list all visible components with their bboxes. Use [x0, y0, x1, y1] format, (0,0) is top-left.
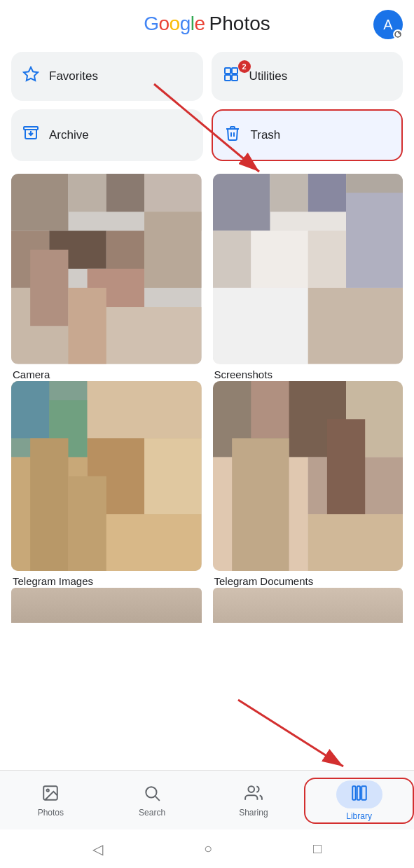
- svg-rect-39: [88, 381, 202, 438]
- svg-rect-12: [68, 174, 106, 212]
- album-item-screenshots[interactable]: Screenshots: [207, 174, 403, 381]
- albums-grid: Camera Screenshots: [0, 174, 414, 588]
- recents-button[interactable]: □: [313, 841, 322, 857]
- svg-rect-33: [308, 288, 403, 364]
- svg-rect-18: [144, 212, 201, 288]
- avatar-badge: [393, 29, 403, 39]
- sync-icon: [394, 31, 401, 38]
- albums-section: Camera Screenshots: [0, 171, 414, 623]
- svg-point-60: [146, 787, 156, 797]
- svg-rect-22: [30, 250, 68, 326]
- screenshots-title: Screenshots: [213, 368, 272, 380]
- logo: Google Photos: [144, 13, 270, 35]
- screenshots-thumb: [213, 174, 403, 364]
- svg-rect-37: [11, 381, 49, 438]
- bottom-nav: Photos Search Sharing: [0, 770, 414, 829]
- archive-button[interactable]: Archive: [11, 109, 203, 161]
- image-icon: [41, 784, 60, 802]
- partial-thumb-right: [213, 588, 403, 623]
- trash-label: Trash: [251, 128, 281, 142]
- archive-icon: [22, 125, 39, 146]
- svg-line-61: [156, 797, 160, 801]
- utilities-button[interactable]: 2 Utilities: [212, 52, 403, 101]
- nav-library-label: Library: [346, 811, 372, 821]
- svg-rect-44: [30, 438, 68, 571]
- svg-rect-54: [232, 438, 289, 571]
- avatar[interactable]: A: [373, 10, 403, 39]
- svg-rect-55: [326, 419, 364, 514]
- utilities-badge: 2: [238, 60, 251, 73]
- svg-rect-25: [213, 174, 270, 230]
- trash-button[interactable]: Trash: [212, 109, 403, 161]
- favorites-button[interactable]: Favorites: [11, 52, 203, 101]
- nav-library[interactable]: Library: [304, 778, 414, 824]
- album-item-telegram-docs[interactable]: Telegram Documents: [207, 381, 403, 588]
- svg-rect-29: [213, 230, 251, 287]
- svg-rect-5: [232, 75, 237, 81]
- svg-rect-13: [106, 174, 144, 212]
- archive-label: Archive: [49, 128, 89, 142]
- svg-rect-27: [308, 174, 345, 212]
- back-button[interactable]: ◁: [92, 841, 103, 857]
- album-item-telegram-images[interactable]: Telegram Images: [11, 381, 207, 588]
- nav-sharing-label: Sharing: [239, 808, 268, 818]
- svg-rect-6: [24, 127, 38, 130]
- svg-point-62: [248, 786, 254, 792]
- google-wordmark: Google: [144, 13, 205, 35]
- svg-rect-2: [225, 68, 230, 74]
- svg-rect-63: [352, 786, 355, 800]
- svg-rect-23: [68, 288, 106, 364]
- system-bar: ◁ ○ □: [0, 829, 414, 868]
- svg-marker-1: [24, 67, 38, 81]
- nav-search[interactable]: Search: [102, 784, 203, 818]
- svg-rect-30: [251, 230, 308, 287]
- favorites-label: Favorites: [49, 69, 98, 83]
- svg-rect-3: [232, 68, 237, 74]
- telegram-docs-title: Telegram Documents: [213, 575, 314, 587]
- utilities-icon: [223, 66, 240, 87]
- quick-access-grid: Favorites 2 Utilities Archive: [0, 45, 414, 171]
- search-icon: [143, 784, 161, 802]
- svg-rect-65: [361, 786, 366, 800]
- album-item-camera[interactable]: Camera: [11, 174, 207, 381]
- svg-rect-26: [270, 174, 308, 212]
- svg-rect-45: [68, 476, 106, 571]
- camera-title: Camera: [11, 368, 50, 380]
- star-icon: [22, 66, 39, 87]
- photos-wordmark: Photos: [209, 13, 270, 35]
- partial-albums-row: [0, 588, 414, 623]
- svg-rect-64: [357, 786, 359, 800]
- nav-sharing[interactable]: Sharing: [203, 784, 305, 818]
- svg-rect-4: [225, 75, 230, 81]
- camera-thumb: [11, 174, 202, 364]
- svg-point-59: [47, 790, 49, 792]
- nav-search-label: Search: [139, 808, 165, 818]
- trash-icon: [224, 125, 241, 146]
- nav-photos-label: Photos: [38, 808, 64, 818]
- svg-rect-32: [213, 288, 308, 364]
- svg-rect-34: [346, 193, 403, 288]
- svg-rect-53: [308, 514, 403, 571]
- svg-rect-11: [11, 174, 68, 230]
- nav-photos[interactable]: Photos: [0, 784, 102, 818]
- telegram-docs-thumb: [213, 381, 403, 572]
- people-icon: [244, 784, 263, 802]
- utilities-label: Utilities: [249, 69, 288, 83]
- partial-thumb-left: [11, 588, 202, 623]
- telegram-images-title: Telegram Images: [11, 575, 93, 587]
- header: Google Photos A: [0, 0, 414, 45]
- svg-rect-41: [144, 438, 201, 514]
- library-icon: [350, 784, 368, 802]
- home-button[interactable]: ○: [204, 841, 212, 857]
- svg-line-57: [238, 700, 343, 766]
- telegram-images-thumb: [11, 381, 202, 572]
